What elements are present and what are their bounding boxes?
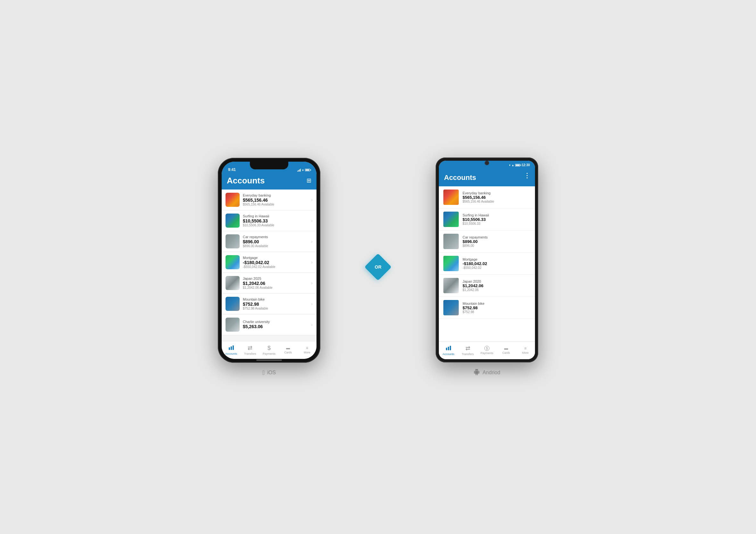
android-sub-surfing: $10,5506.33: [463, 222, 530, 225]
android-name-car: Car repayments: [463, 235, 530, 239]
account-info-mountain: Mountain bike $752.98 $752.98 Available: [243, 297, 308, 310]
android-page-title: Accounts: [444, 172, 476, 182]
android-info-mountain: Mountain bike $752.98 $752.98: [463, 302, 530, 314]
android-thumb-mountain: [443, 300, 459, 315]
account-available-everyday: $565,156.46 Available: [243, 203, 308, 206]
account-balance-mountain: $752.98: [243, 302, 308, 307]
android-balance-surfing: $10,5506.33: [463, 217, 530, 222]
account-available-japan: $1,2042.06 Available: [243, 286, 308, 290]
android-cards-icon: ▬: [504, 346, 508, 350]
android-tab-more[interactable]: ≡ More: [516, 342, 535, 359]
tab-transfers[interactable]: ⇄ Transfers: [241, 341, 259, 359]
account-available-car: $896.00 Available: [243, 244, 308, 248]
signal-icon: [297, 168, 301, 172]
account-balance-charlie: $5,263.06: [243, 324, 308, 329]
android-screen: ▾ ▲ 12:30 Accounts ⋮: [439, 161, 535, 359]
android-transfers-icon: ⇄: [466, 345, 470, 352]
ios-account-japan[interactable]: Japan 2025 $1,2042.06 $1,2042.06 Availab…: [222, 273, 316, 293]
android-thumb-surfing: [443, 212, 459, 227]
account-info-everyday: Everyday banking $565,156.46 $565,156.46…: [243, 193, 308, 206]
tab-more[interactable]: ≡ More: [298, 341, 316, 359]
account-thumb-charlie: [226, 318, 240, 332]
grid-icon[interactable]: ⊞: [307, 177, 311, 184]
battery-icon: [305, 169, 310, 171]
android-tab-payments-label: Payments: [480, 351, 493, 355]
android-name-mortgage: Mortgage: [463, 257, 530, 261]
chevron-icon: ›: [311, 301, 313, 306]
ios-account-everyday[interactable]: Everyday banking $565,156.46 $565,156.46…: [222, 190, 316, 210]
tab-payments[interactable]: $ Payments: [259, 341, 278, 359]
account-available-surfing: $10,5506.33 Available: [243, 223, 308, 227]
android-name-surfing: Surfing in Hawaii: [463, 213, 530, 217]
android-account-mortgage[interactable]: Mortgage -$180,042.02 -$550,042.02: [439, 253, 535, 275]
ios-account-mountain[interactable]: Mountain bike $752.98 $752.98 Available …: [222, 293, 316, 315]
svg-rect-5: [450, 346, 451, 350]
ios-header: Accounts ⊞: [222, 173, 316, 190]
account-thumb-mortgage: [226, 255, 240, 269]
android-tab-bar: Accounts ⇄ Transfers $ Payments ▬ Cards: [439, 341, 535, 359]
android-icon: [473, 369, 480, 377]
ios-account-mortgage[interactable]: Mortgage -$180,042.02 -$550,042.02 Avail…: [222, 252, 316, 273]
home-indicator: [256, 360, 282, 361]
account-balance-surfing: $10,5506.33: [243, 218, 308, 223]
android-name-mountain: Mountain bike: [463, 302, 530, 305]
chevron-icon: ›: [311, 197, 313, 202]
account-name-everyday: Everyday banking: [243, 193, 308, 197]
android-info-surfing: Surfing in Hawaii $10,5506.33 $10,5506.3…: [463, 213, 530, 225]
cards-icon: ▬: [286, 346, 290, 350]
android-info-everyday: Everyday banking $565,156.46 $565,156.46…: [463, 191, 530, 203]
android-sub-everyday: $565,156.46 Available: [463, 200, 530, 203]
tab-payments-label: Payments: [263, 352, 276, 355]
android-tab-transfers[interactable]: ⇄ Transfers: [458, 342, 477, 359]
more-dots-icon[interactable]: ⋮: [524, 172, 530, 179]
ios-account-car[interactable]: Car repayments $896.00 $896.00 Available…: [222, 231, 316, 252]
android-info-japan: Japan 2020 $1,2042.06 $1,2042.06: [463, 279, 530, 292]
android-sub-car: $896.00: [463, 244, 530, 247]
svg-rect-4: [448, 347, 449, 350]
ios-account-surfing[interactable]: Surfing in Hawaii $10,5506.33 $10,5506.3…: [222, 210, 316, 231]
chevron-icon: ›: [311, 239, 313, 244]
android-tab-cards-label: Cards: [502, 351, 510, 354]
svg-rect-2: [232, 345, 234, 350]
account-name-car: Car repayments: [243, 235, 308, 239]
tab-cards-label: Cards: [284, 351, 292, 354]
tab-transfers-label: Transfers: [244, 352, 256, 355]
android-tab-payments[interactable]: $ Payments: [477, 342, 497, 359]
account-thumb-surfing: [226, 214, 240, 228]
tab-more-label: More: [304, 351, 310, 354]
account-available-mortgage: -$550,042.02 Available: [243, 265, 308, 268]
android-time: 12:30: [522, 163, 530, 167]
android-thumb-everyday: [443, 190, 459, 205]
account-balance-mortgage: -$180,042.02: [243, 260, 308, 265]
android-account-surfing[interactable]: Surfing in Hawaii $10,5506.33 $10,5506.3…: [439, 208, 535, 231]
android-device: ▾ ▲ 12:30 Accounts ⋮: [436, 158, 538, 362]
iphone-notch: [250, 162, 288, 169]
android-account-mountain[interactable]: Mountain bike $752.98 $752.98: [439, 297, 535, 319]
wifi-icon: ▾: [302, 168, 304, 172]
android-balance-mountain: $752.98: [463, 305, 530, 310]
android-tab-more-label: More: [522, 351, 529, 354]
android-account-japan[interactable]: Japan 2020 $1,2042.06 $1,2042.06: [439, 275, 535, 297]
account-info-charlie: Charlie university $5,263.06: [243, 320, 308, 329]
account-thumb-car: [226, 234, 240, 248]
tab-accounts[interactable]: Accounts: [222, 341, 241, 359]
android-phone-wrapper: ▾ ▲ 12:30 Accounts ⋮: [407, 158, 567, 377]
page-container: 9:41 ▾ Accounts ⊞: [189, 158, 567, 377]
payments-icon: $: [267, 345, 271, 351]
tab-cards[interactable]: ▬ Cards: [279, 341, 298, 359]
android-account-car[interactable]: Car repayments $896.00 $896.00: [439, 231, 535, 253]
iphone-device: 9:41 ▾ Accounts ⊞: [218, 158, 320, 363]
android-more-icon: ≡: [524, 346, 526, 350]
or-badge: OR: [364, 254, 392, 281]
android-payments-icon: $: [484, 346, 490, 351]
android-tab-transfers-label: Transfers: [462, 352, 474, 356]
ios-page-title: Accounts: [227, 176, 265, 186]
android-thumb-mortgage: [443, 256, 459, 271]
android-tab-cards[interactable]: ▬ Cards: [497, 342, 516, 359]
ios-account-charlie[interactable]: Charlie university $5,263.06 ›: [222, 315, 316, 335]
android-tab-accounts[interactable]: Accounts: [439, 342, 458, 359]
apple-icon: : [262, 369, 265, 376]
account-info-surfing: Surfing in Hawaii $10,5506.33 $10,5506.3…: [243, 214, 308, 227]
iphone-screen: 9:41 ▾ Accounts ⊞: [222, 162, 316, 359]
android-account-everyday[interactable]: Everyday banking $565,156.46 $565,156.46…: [439, 186, 535, 208]
